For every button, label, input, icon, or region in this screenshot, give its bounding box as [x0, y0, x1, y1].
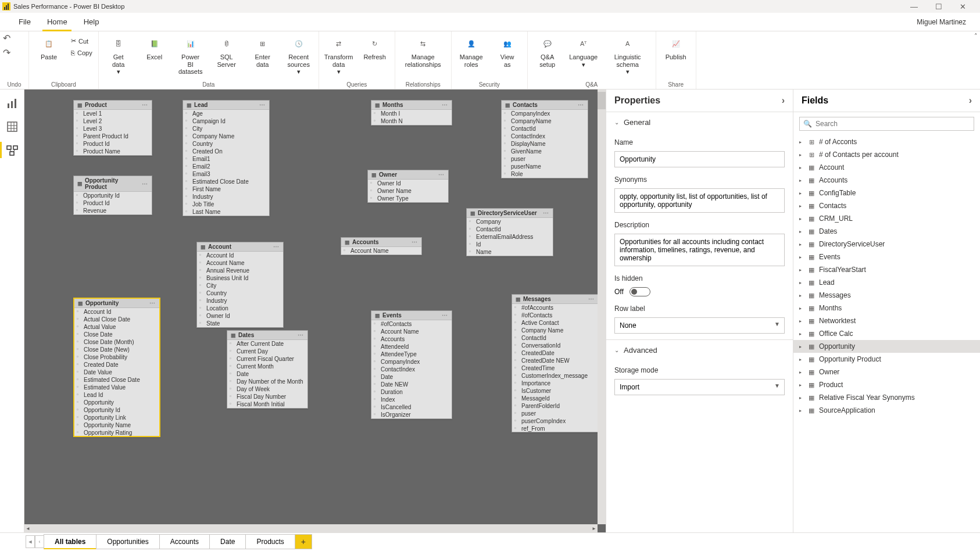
- table-column[interactable]: Lead Id: [74, 391, 159, 399]
- table-menu-icon[interactable]: ⋯: [142, 102, 148, 108]
- field-events[interactable]: ▸▦Events: [793, 251, 980, 263]
- table-column[interactable]: Owner Id: [368, 180, 448, 187]
- table-column[interactable]: City: [183, 125, 269, 133]
- table-column[interactable]: First Name: [183, 185, 269, 193]
- table-column[interactable]: Level 1: [74, 110, 152, 117]
- table-column[interactable]: Id: [467, 241, 553, 248]
- table-column[interactable]: Job Title: [183, 201, 269, 208]
- transform-data--button[interactable]: ⇄Transformdata▾: [323, 33, 355, 76]
- table-column[interactable]: Close Probability: [74, 353, 159, 361]
- table-column[interactable]: Month I: [371, 110, 452, 117]
- table-column[interactable]: Level 3: [74, 125, 152, 133]
- table-column[interactable]: AttendeeType: [371, 350, 452, 358]
- table-column[interactable]: Estimated Close Date: [74, 376, 159, 384]
- paste-button[interactable]: 📋Paste: [33, 33, 65, 61]
- power-bi-datasets-button[interactable]: 📊PowerBIdatasets: [174, 33, 207, 76]
- table-column[interactable]: Product Name: [74, 148, 152, 155]
- table-column[interactable]: ParentFolderId: [512, 402, 598, 410]
- section-advanced-header[interactable]: ⌄ Advanced: [606, 340, 793, 360]
- table-column[interactable]: Location: [197, 305, 283, 312]
- description-input[interactable]: Opportunities for all accounts including…: [614, 234, 785, 266]
- cut-button[interactable]: ✂Cut: [69, 36, 95, 46]
- table-owner[interactable]: Owner⋯Owner IdOwner NameOwner Type: [367, 170, 449, 203]
- manage-relationships-button[interactable]: ⇆Managerelationships: [399, 33, 448, 68]
- table-column[interactable]: Close Date (New): [74, 346, 159, 353]
- recent-sources--button[interactable]: 🕓Recentsources▾: [282, 33, 315, 76]
- fields-collapse-icon[interactable]: ›: [969, 95, 972, 106]
- language--button[interactable]: AᵀLanguage▾: [567, 33, 600, 68]
- table-menu-icon[interactable]: ⋯: [442, 102, 448, 108]
- table-column[interactable]: Accounts: [371, 335, 452, 343]
- table-column[interactable]: Day Number of the Month: [227, 378, 307, 385]
- menu-home[interactable]: Home: [39, 13, 76, 31]
- table-column[interactable]: Estimated Close Date: [183, 178, 269, 185]
- publish-button[interactable]: 📈Publish: [660, 33, 692, 61]
- field-lead[interactable]: ▸▦Lead: [793, 276, 980, 289]
- field-months[interactable]: ▸▦Months: [793, 302, 980, 314]
- table-column[interactable]: ConversationId: [512, 342, 598, 349]
- field-owner[interactable]: ▸▦Owner: [793, 366, 980, 378]
- table-column[interactable]: ContactId: [467, 226, 553, 233]
- table-dates[interactable]: Dates⋯After Current DateCurrent DayCurre…: [227, 330, 308, 409]
- table-column[interactable]: Current Fiscal Quarter: [227, 355, 307, 363]
- table-column[interactable]: Fiscal Month Initial: [227, 400, 307, 408]
- table-column[interactable]: Current Day: [227, 348, 307, 355]
- table-column[interactable]: Annual Revenue: [197, 267, 283, 274]
- field-opportunity[interactable]: ▸▦Opportunity: [793, 340, 980, 353]
- synonyms-input[interactable]: oppty, opportunity list, list of opportu…: [614, 188, 785, 213]
- add-tab-button[interactable]: +: [295, 534, 312, 549]
- signed-in-user[interactable]: Miguel Martinez: [917, 18, 970, 26]
- model-view-icon[interactable]: [6, 144, 18, 156]
- field-contacts[interactable]: ▸▦Contacts: [793, 199, 980, 212]
- table-column[interactable]: Role: [502, 170, 588, 178]
- table-column[interactable]: MessageId: [512, 395, 598, 402]
- q-a-setup-button[interactable]: 💬Q&Asetup: [531, 33, 564, 68]
- field-accounts[interactable]: ▸▦Accounts: [793, 174, 980, 187]
- table-column[interactable]: CreatedDate NEW: [512, 357, 598, 364]
- field--of-contacts-per-account[interactable]: ▸⊞# of Contacts per account: [793, 148, 980, 161]
- vertical-scrollbar[interactable]: [598, 90, 606, 524]
- table-column[interactable]: After Current Date: [227, 340, 307, 348]
- table-column[interactable]: Email2: [183, 163, 269, 170]
- field-dates[interactable]: ▸▦Dates: [793, 225, 980, 238]
- table-column[interactable]: Fiscal Day Number: [227, 393, 307, 400]
- table-column[interactable]: puserCompIndex: [512, 417, 598, 425]
- table-product[interactable]: Product⋯Level 1Level 2Level 3Parent Prod…: [73, 100, 152, 156]
- table-column[interactable]: Opportunity Id: [74, 406, 159, 414]
- table-column[interactable]: Date Value: [74, 368, 159, 376]
- table-column[interactable]: Actual Close Date: [74, 316, 159, 323]
- field-directoryserviceuser[interactable]: ▸▦DirectoryServiceUser: [793, 238, 980, 251]
- table-column[interactable]: Created Date: [74, 361, 159, 368]
- sql-server-button[interactable]: 🛢SQLServer: [210, 33, 243, 68]
- table-column[interactable]: Date: [371, 373, 452, 381]
- table-column[interactable]: Month N: [371, 117, 452, 125]
- tab-accounts[interactable]: Accounts: [159, 534, 210, 549]
- table-menu-icon[interactable]: ⋯: [412, 239, 418, 245]
- report-view-icon[interactable]: [6, 98, 18, 109]
- copy-button[interactable]: ⎘Copy: [69, 48, 95, 58]
- field-networktest[interactable]: ▸▦Networktest: [793, 314, 980, 327]
- table-account[interactable]: Account⋯Account IdAccount NameAnnual Rev…: [196, 242, 284, 328]
- table-messages[interactable]: Messages⋯#ofAccounts#ofContactsActive Co…: [512, 294, 599, 432]
- data-view-icon[interactable]: [6, 121, 18, 133]
- table-column[interactable]: Opportunity Link: [74, 414, 159, 421]
- field-sourceapplication[interactable]: ▸▦SourceApplication: [793, 404, 980, 417]
- field-opportunity-product[interactable]: ▸▦Opportunity Product: [793, 353, 980, 366]
- table-column[interactable]: CreatedTime: [512, 364, 598, 372]
- table-lead[interactable]: Lead⋯AgeCampaign IdCityCompany NameCount…: [183, 100, 270, 216]
- table-column[interactable]: Product Id: [74, 199, 152, 207]
- table-menu-icon[interactable]: ⋯: [543, 210, 549, 216]
- table-column[interactable]: Account Name: [197, 259, 283, 267]
- table-column[interactable]: Industry: [197, 297, 283, 305]
- excel-button[interactable]: 📗Excel: [138, 33, 171, 61]
- table-column[interactable]: ContactIndex: [502, 133, 588, 140]
- table-column[interactable]: City: [197, 282, 283, 289]
- table-column[interactable]: CompanyIndex: [502, 110, 588, 117]
- table-column[interactable]: ContactId: [502, 125, 588, 133]
- table-column[interactable]: Industry: [183, 193, 269, 201]
- table-column[interactable]: puser: [502, 155, 588, 163]
- table-menu-icon[interactable]: ⋯: [142, 181, 148, 187]
- get-data--button[interactable]: 🗄Getdata▾: [102, 33, 135, 76]
- model-canvas[interactable]: Product⋯Level 1Level 2Level 3Parent Prod…: [24, 90, 606, 532]
- table-column[interactable]: Country: [197, 289, 283, 297]
